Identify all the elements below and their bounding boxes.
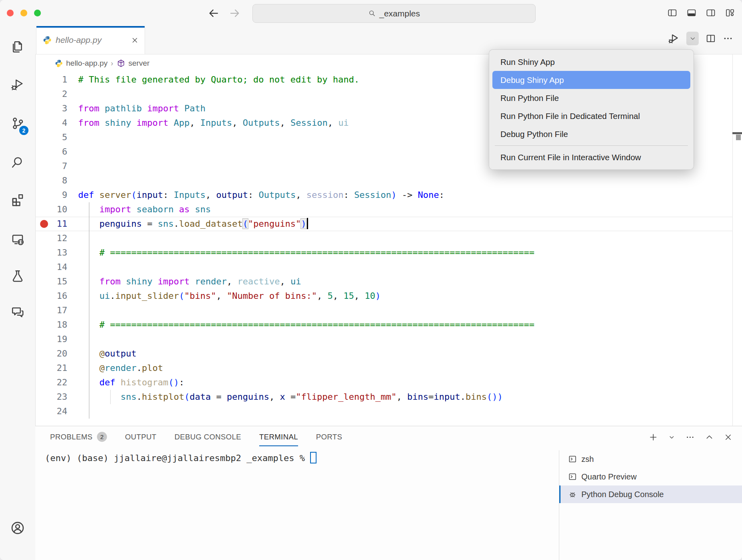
- code-text: penguins = sns.load_dataset("penguins"): [72, 217, 308, 231]
- tab-hello-app[interactable]: hello-app.py: [36, 26, 145, 54]
- history-back-icon[interactable]: [208, 7, 220, 19]
- terminal-icon: [568, 455, 577, 463]
- code-line[interactable]: 20 @output: [35, 346, 732, 361]
- sidebar-item-remote-explorer[interactable]: [0, 225, 35, 253]
- code-text: [72, 145, 78, 159]
- sidebar-item-search[interactable]: [0, 149, 35, 177]
- source-control-badge: 2: [19, 126, 28, 135]
- history-forward-icon[interactable]: [229, 7, 241, 19]
- code-line[interactable]: 19: [35, 332, 732, 346]
- menu-item[interactable]: Run Python File: [492, 89, 690, 107]
- sidebar-item-run-debug[interactable]: [0, 71, 35, 99]
- toggle-primary-sidebar-icon[interactable]: [667, 8, 677, 18]
- code-text: @output: [72, 346, 137, 361]
- breadcrumb-file[interactable]: hello-app.py: [66, 59, 108, 68]
- code-line[interactable]: 14: [35, 260, 732, 274]
- code-line[interactable]: 17: [35, 303, 732, 318]
- terminal-list-item[interactable]: Quarto Preview: [559, 468, 742, 485]
- breakpoint-icon[interactable]: [40, 220, 48, 228]
- line-number: 20: [35, 346, 72, 361]
- panel-tab-label: PROBLEMS: [50, 433, 93, 441]
- menu-item[interactable]: Debug Python File: [492, 125, 690, 143]
- code-line[interactable]: 8: [35, 173, 732, 188]
- toggle-panel-icon[interactable]: [687, 8, 696, 18]
- panel-tab-output[interactable]: OUTPUT: [125, 433, 156, 446]
- split-editor-icon[interactable]: [706, 33, 716, 44]
- menu-item[interactable]: Debug Shiny App: [492, 71, 690, 89]
- code-text: [72, 173, 78, 188]
- breadcrumb-symbol[interactable]: server: [129, 59, 150, 68]
- line-number: 13: [35, 246, 72, 260]
- code-text: [72, 260, 78, 274]
- code-line[interactable]: 15 from shiny import render, reactive, u…: [35, 274, 732, 289]
- breadcrumb: hello-app.py › server: [55, 54, 149, 73]
- maximize-panel-icon[interactable]: [705, 433, 714, 441]
- code-line[interactable]: 24: [35, 404, 732, 419]
- settings-button[interactable]: 1: [0, 554, 35, 560]
- code-text: # ======================================…: [72, 318, 534, 332]
- close-window-button[interactable]: [7, 10, 14, 16]
- code-line[interactable]: 21 @render.plot: [35, 361, 732, 375]
- line-number: 6: [35, 145, 72, 159]
- terminal-list-item[interactable]: Python Debug Console: [559, 485, 742, 503]
- panel-tab-ports[interactable]: PORTS: [316, 433, 342, 446]
- code-line[interactable]: 23 sns.histplot(data = penguins, x ="fli…: [35, 390, 732, 404]
- terminal-profile-chevron-icon[interactable]: [668, 434, 675, 441]
- panel-tab-bar: PROBLEMS2OUTPUTDEBUG CONSOLETERMINALPORT…: [50, 432, 342, 447]
- code-text: from shiny import App, Inputs, Outputs, …: [72, 116, 349, 130]
- close-tab-icon[interactable]: [131, 37, 138, 44]
- sidebar-item-testing[interactable]: [0, 262, 35, 290]
- customize-layout-icon[interactable]: [725, 8, 735, 18]
- chevron-right-icon: ›: [111, 59, 113, 68]
- code-line[interactable]: 10 import seaborn as sns: [35, 202, 732, 217]
- maximize-window-button[interactable]: [34, 10, 41, 16]
- code-line[interactable]: 22 def histogram():: [35, 375, 732, 390]
- close-panel-icon[interactable]: [724, 433, 732, 441]
- python-file-icon: [43, 36, 52, 44]
- code-line[interactable]: 16 ui.input_slider("bins", "Number of bi…: [35, 289, 732, 303]
- overview-ruler-cursor-marker: [732, 132, 742, 134]
- line-number: 2: [35, 87, 72, 101]
- panel-tab-terminal[interactable]: TERMINAL: [259, 433, 298, 446]
- debug-run-button[interactable]: [667, 32, 679, 44]
- sidebar-item-explorer[interactable]: [0, 33, 35, 61]
- terminal-output[interactable]: (env) (base) jjallaire@jjallairesmbp2 _e…: [45, 453, 317, 464]
- minimize-window-button[interactable]: [20, 10, 27, 16]
- terminal-icon: [568, 472, 577, 481]
- line-number: 12: [35, 231, 72, 246]
- sidebar-item-extensions[interactable]: [0, 185, 35, 214]
- run-options-dropdown[interactable]: [686, 32, 699, 45]
- menu-separator: [495, 145, 688, 146]
- search-icon: [10, 155, 25, 170]
- line-number: 16: [35, 289, 72, 303]
- terminal-list-item[interactable]: zsh: [559, 450, 742, 468]
- vscode-window: _examples: [0, 0, 742, 560]
- menu-item[interactable]: Run Python File in Dedicated Terminal: [492, 107, 690, 125]
- traffic-lights: [7, 10, 41, 16]
- new-terminal-icon[interactable]: [649, 433, 658, 442]
- title-bar: _examples: [0, 0, 742, 26]
- panel-more-actions-icon[interactable]: [686, 433, 695, 442]
- code-line[interactable]: 12: [35, 231, 732, 246]
- scrollbar-thumb[interactable]: [736, 135, 741, 140]
- bottom-panel: PROBLEMS2OUTPUTDEBUG CONSOLETERMINALPORT…: [35, 426, 742, 560]
- code-line[interactable]: 18 # ===================================…: [35, 318, 732, 332]
- indent-guide: [89, 202, 89, 419]
- toggle-secondary-sidebar-icon[interactable]: [706, 8, 716, 18]
- indent-guide: [110, 390, 111, 404]
- more-actions-icon[interactable]: [723, 33, 733, 44]
- sidebar-item-source-control[interactable]: 2: [0, 109, 35, 137]
- panel-tab-problems[interactable]: PROBLEMS2: [50, 432, 107, 447]
- menu-item[interactable]: Run Shiny App: [492, 53, 690, 71]
- code-line[interactable]: 11 penguins = sns.load_dataset("penguins…: [35, 217, 732, 231]
- code-text: from shiny import render, reactive, ui: [72, 274, 301, 289]
- command-center-search[interactable]: _examples: [252, 4, 536, 23]
- sidebar-item-comments[interactable]: [0, 298, 35, 326]
- menu-item[interactable]: Run Current File in Interactive Window: [492, 148, 690, 166]
- account-button[interactable]: [0, 514, 35, 542]
- line-number: 10: [35, 202, 72, 217]
- code-line[interactable]: 13 # ===================================…: [35, 246, 732, 260]
- code-text: sns.histplot(data = penguins, x ="flippe…: [72, 390, 503, 404]
- code-line[interactable]: 9def server(input: Inputs, output: Outpu…: [35, 188, 732, 202]
- panel-tab-debug-console[interactable]: DEBUG CONSOLE: [174, 433, 241, 446]
